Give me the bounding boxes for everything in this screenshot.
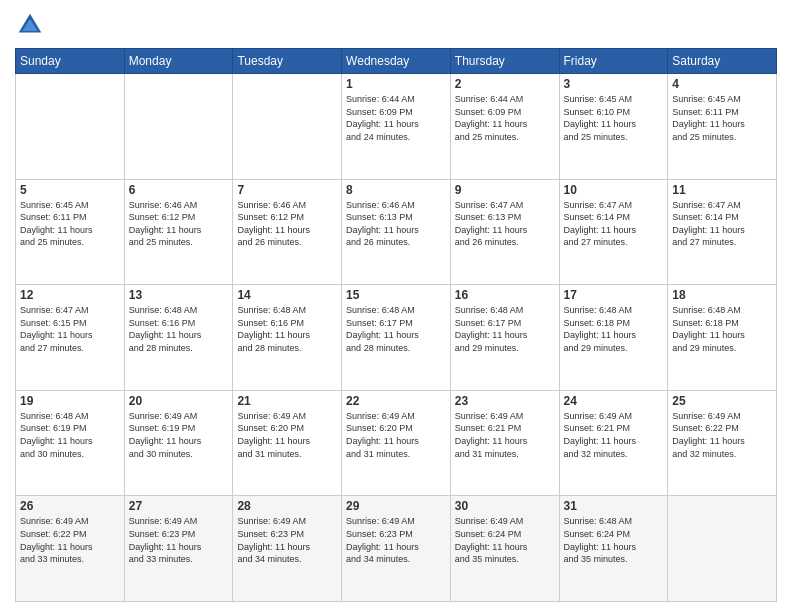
weekday-header-sunday: Sunday xyxy=(16,49,125,74)
day-number: 10 xyxy=(564,183,664,197)
cell-info: Sunrise: 6:49 AM Sunset: 6:19 PM Dayligh… xyxy=(129,410,229,460)
cell-info: Sunrise: 6:48 AM Sunset: 6:18 PM Dayligh… xyxy=(564,304,664,354)
cell-info: Sunrise: 6:49 AM Sunset: 6:23 PM Dayligh… xyxy=(237,515,337,565)
day-number: 29 xyxy=(346,499,446,513)
day-number: 18 xyxy=(672,288,772,302)
day-number: 25 xyxy=(672,394,772,408)
calendar-cell: 2Sunrise: 6:44 AM Sunset: 6:09 PM Daylig… xyxy=(450,74,559,180)
cell-info: Sunrise: 6:47 AM Sunset: 6:15 PM Dayligh… xyxy=(20,304,120,354)
day-number: 21 xyxy=(237,394,337,408)
weekday-header-saturday: Saturday xyxy=(668,49,777,74)
cell-info: Sunrise: 6:46 AM Sunset: 6:12 PM Dayligh… xyxy=(237,199,337,249)
day-number: 26 xyxy=(20,499,120,513)
day-number: 6 xyxy=(129,183,229,197)
week-row-1: 1Sunrise: 6:44 AM Sunset: 6:09 PM Daylig… xyxy=(16,74,777,180)
calendar-cell: 25Sunrise: 6:49 AM Sunset: 6:22 PM Dayli… xyxy=(668,390,777,496)
day-number: 7 xyxy=(237,183,337,197)
weekday-header-tuesday: Tuesday xyxy=(233,49,342,74)
calendar-cell: 8Sunrise: 6:46 AM Sunset: 6:13 PM Daylig… xyxy=(342,179,451,285)
calendar-cell: 4Sunrise: 6:45 AM Sunset: 6:11 PM Daylig… xyxy=(668,74,777,180)
day-number: 13 xyxy=(129,288,229,302)
cell-info: Sunrise: 6:48 AM Sunset: 6:17 PM Dayligh… xyxy=(346,304,446,354)
calendar-cell: 21Sunrise: 6:49 AM Sunset: 6:20 PM Dayli… xyxy=(233,390,342,496)
calendar-cell xyxy=(16,74,125,180)
calendar-cell: 27Sunrise: 6:49 AM Sunset: 6:23 PM Dayli… xyxy=(124,496,233,602)
cell-info: Sunrise: 6:49 AM Sunset: 6:21 PM Dayligh… xyxy=(564,410,664,460)
weekday-header-wednesday: Wednesday xyxy=(342,49,451,74)
day-number: 11 xyxy=(672,183,772,197)
calendar-cell: 11Sunrise: 6:47 AM Sunset: 6:14 PM Dayli… xyxy=(668,179,777,285)
week-row-3: 12Sunrise: 6:47 AM Sunset: 6:15 PM Dayli… xyxy=(16,285,777,391)
calendar-cell: 14Sunrise: 6:48 AM Sunset: 6:16 PM Dayli… xyxy=(233,285,342,391)
cell-info: Sunrise: 6:47 AM Sunset: 6:14 PM Dayligh… xyxy=(672,199,772,249)
cell-info: Sunrise: 6:48 AM Sunset: 6:17 PM Dayligh… xyxy=(455,304,555,354)
weekday-header-monday: Monday xyxy=(124,49,233,74)
cell-info: Sunrise: 6:48 AM Sunset: 6:18 PM Dayligh… xyxy=(672,304,772,354)
cell-info: Sunrise: 6:48 AM Sunset: 6:19 PM Dayligh… xyxy=(20,410,120,460)
cell-info: Sunrise: 6:49 AM Sunset: 6:21 PM Dayligh… xyxy=(455,410,555,460)
day-number: 20 xyxy=(129,394,229,408)
day-number: 24 xyxy=(564,394,664,408)
day-number: 23 xyxy=(455,394,555,408)
calendar-cell: 26Sunrise: 6:49 AM Sunset: 6:22 PM Dayli… xyxy=(16,496,125,602)
cell-info: Sunrise: 6:49 AM Sunset: 6:23 PM Dayligh… xyxy=(346,515,446,565)
calendar-cell: 19Sunrise: 6:48 AM Sunset: 6:19 PM Dayli… xyxy=(16,390,125,496)
cell-info: Sunrise: 6:49 AM Sunset: 6:20 PM Dayligh… xyxy=(346,410,446,460)
week-row-4: 19Sunrise: 6:48 AM Sunset: 6:19 PM Dayli… xyxy=(16,390,777,496)
calendar-cell: 20Sunrise: 6:49 AM Sunset: 6:19 PM Dayli… xyxy=(124,390,233,496)
calendar-cell: 29Sunrise: 6:49 AM Sunset: 6:23 PM Dayli… xyxy=(342,496,451,602)
week-row-2: 5Sunrise: 6:45 AM Sunset: 6:11 PM Daylig… xyxy=(16,179,777,285)
cell-info: Sunrise: 6:48 AM Sunset: 6:24 PM Dayligh… xyxy=(564,515,664,565)
day-number: 3 xyxy=(564,77,664,91)
calendar-cell: 3Sunrise: 6:45 AM Sunset: 6:10 PM Daylig… xyxy=(559,74,668,180)
calendar-cell: 31Sunrise: 6:48 AM Sunset: 6:24 PM Dayli… xyxy=(559,496,668,602)
calendar-cell: 6Sunrise: 6:46 AM Sunset: 6:12 PM Daylig… xyxy=(124,179,233,285)
calendar-cell xyxy=(233,74,342,180)
day-number: 9 xyxy=(455,183,555,197)
calendar-cell xyxy=(124,74,233,180)
cell-info: Sunrise: 6:49 AM Sunset: 6:20 PM Dayligh… xyxy=(237,410,337,460)
calendar-cell: 5Sunrise: 6:45 AM Sunset: 6:11 PM Daylig… xyxy=(16,179,125,285)
day-number: 16 xyxy=(455,288,555,302)
logo-icon xyxy=(15,10,45,40)
cell-info: Sunrise: 6:44 AM Sunset: 6:09 PM Dayligh… xyxy=(455,93,555,143)
cell-info: Sunrise: 6:45 AM Sunset: 6:11 PM Dayligh… xyxy=(20,199,120,249)
weekday-header-row: SundayMondayTuesdayWednesdayThursdayFrid… xyxy=(16,49,777,74)
calendar-cell: 13Sunrise: 6:48 AM Sunset: 6:16 PM Dayli… xyxy=(124,285,233,391)
cell-info: Sunrise: 6:49 AM Sunset: 6:22 PM Dayligh… xyxy=(672,410,772,460)
calendar-cell: 17Sunrise: 6:48 AM Sunset: 6:18 PM Dayli… xyxy=(559,285,668,391)
cell-info: Sunrise: 6:46 AM Sunset: 6:13 PM Dayligh… xyxy=(346,199,446,249)
day-number: 8 xyxy=(346,183,446,197)
cell-info: Sunrise: 6:44 AM Sunset: 6:09 PM Dayligh… xyxy=(346,93,446,143)
calendar-cell: 24Sunrise: 6:49 AM Sunset: 6:21 PM Dayli… xyxy=(559,390,668,496)
logo xyxy=(15,10,49,40)
calendar-table: SundayMondayTuesdayWednesdayThursdayFrid… xyxy=(15,48,777,602)
header xyxy=(15,10,777,40)
day-number: 31 xyxy=(564,499,664,513)
cell-info: Sunrise: 6:47 AM Sunset: 6:13 PM Dayligh… xyxy=(455,199,555,249)
cell-info: Sunrise: 6:49 AM Sunset: 6:24 PM Dayligh… xyxy=(455,515,555,565)
day-number: 12 xyxy=(20,288,120,302)
calendar-cell: 16Sunrise: 6:48 AM Sunset: 6:17 PM Dayli… xyxy=(450,285,559,391)
week-row-5: 26Sunrise: 6:49 AM Sunset: 6:22 PM Dayli… xyxy=(16,496,777,602)
page: SundayMondayTuesdayWednesdayThursdayFrid… xyxy=(0,0,792,612)
cell-info: Sunrise: 6:46 AM Sunset: 6:12 PM Dayligh… xyxy=(129,199,229,249)
day-number: 19 xyxy=(20,394,120,408)
calendar-cell: 10Sunrise: 6:47 AM Sunset: 6:14 PM Dayli… xyxy=(559,179,668,285)
day-number: 4 xyxy=(672,77,772,91)
calendar-cell: 28Sunrise: 6:49 AM Sunset: 6:23 PM Dayli… xyxy=(233,496,342,602)
weekday-header-friday: Friday xyxy=(559,49,668,74)
day-number: 1 xyxy=(346,77,446,91)
day-number: 30 xyxy=(455,499,555,513)
day-number: 5 xyxy=(20,183,120,197)
cell-info: Sunrise: 6:45 AM Sunset: 6:11 PM Dayligh… xyxy=(672,93,772,143)
calendar-cell: 30Sunrise: 6:49 AM Sunset: 6:24 PM Dayli… xyxy=(450,496,559,602)
day-number: 22 xyxy=(346,394,446,408)
calendar-cell: 23Sunrise: 6:49 AM Sunset: 6:21 PM Dayli… xyxy=(450,390,559,496)
day-number: 28 xyxy=(237,499,337,513)
cell-info: Sunrise: 6:49 AM Sunset: 6:22 PM Dayligh… xyxy=(20,515,120,565)
calendar-cell: 1Sunrise: 6:44 AM Sunset: 6:09 PM Daylig… xyxy=(342,74,451,180)
day-number: 17 xyxy=(564,288,664,302)
calendar-cell: 15Sunrise: 6:48 AM Sunset: 6:17 PM Dayli… xyxy=(342,285,451,391)
cell-info: Sunrise: 6:48 AM Sunset: 6:16 PM Dayligh… xyxy=(237,304,337,354)
